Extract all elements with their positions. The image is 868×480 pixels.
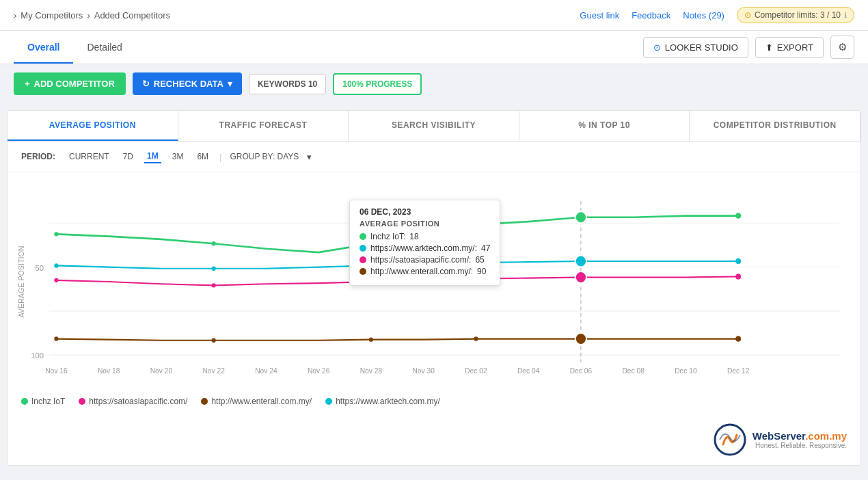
tooltip-row-3: https://satoasiapacific.com/: 65	[360, 255, 490, 265]
legend-dot-2	[79, 398, 85, 405]
svg-text:AVERAGE POSITION: AVERAGE POSITION	[18, 245, 26, 317]
group-by-dropdown[interactable]: GROUP BY: DAYS	[230, 152, 299, 161]
svg-text:Dec 04: Dec 04	[517, 367, 540, 375]
notes-link[interactable]: Notes (29)	[683, 10, 724, 21]
metric-tab-search-visibility[interactable]: SEARCH VISIBILITY	[349, 111, 519, 141]
svg-text:100: 100	[31, 351, 44, 360]
legend-label-3: http://www.enterall.com.my/	[211, 397, 312, 406]
tooltip-dot-1	[360, 233, 366, 240]
limits-icon: ⊙	[744, 10, 751, 20]
tooltip-value-4: 90	[477, 267, 486, 276]
legend-item-3: http://www.enterall.com.my/	[201, 397, 312, 406]
legend-item-4: https://www.arktech.com.my/	[325, 397, 440, 406]
svg-point-43	[474, 336, 478, 341]
svg-point-41	[212, 338, 216, 343]
chart-legend: Inchz IoT https://satoasiapacific.com/ h…	[8, 391, 860, 414]
svg-point-32	[575, 255, 586, 267]
breadcrumb: › My Competitors › Added Competitors	[14, 10, 170, 21]
add-competitor-button[interactable]: + ADD COMPETITOR	[14, 72, 126, 95]
svg-text:50: 50	[35, 264, 44, 272]
dropdown-arrow-icon: ▾	[228, 79, 232, 89]
tooltip-label-2: https://www.arktech.com.my/:	[370, 243, 477, 253]
footer-brand-name: WebServer	[752, 430, 805, 442]
legend-label-2: https://satoasiapacific.com/	[89, 397, 187, 406]
progress-badge: 100% PROGRESS	[333, 73, 422, 95]
keywords-badge: KEYWORDS 10	[249, 74, 326, 94]
info-icon: ℹ	[844, 11, 847, 20]
tooltip-dot-4	[360, 268, 366, 275]
metric-tabs: AVERAGE POSITION TRAFFIC FORECAST SEARCH…	[8, 111, 860, 142]
breadcrumb-current: Added Competitors	[94, 10, 170, 21]
svg-text:Nov 24: Nov 24	[255, 367, 277, 375]
footer-tagline: Honest. Reliable. Responsive.	[752, 442, 847, 449]
metric-tab-top10[interactable]: % IN TOP 10	[519, 111, 690, 141]
period-bar: PERIOD: CURRENT 7D 1M 3M 6M | GROUP BY: …	[8, 142, 860, 172]
recheck-data-button[interactable]: ↻ RECHECK DATA ▾	[133, 72, 242, 95]
tabs-bar: Overall Detailed ⊙ LOOKER STUDIO ⬆ EXPOR…	[0, 31, 868, 64]
svg-point-28	[54, 263, 58, 267]
tooltip-title: AVERAGE POSITION	[360, 219, 490, 228]
tooltip-label-4: http://www.enterall.com.my/:	[370, 267, 473, 276]
tab-actions: ⊙ LOOKER STUDIO ⬆ EXPORT ⚙	[643, 36, 854, 59]
settings-button[interactable]: ⚙	[830, 36, 854, 59]
svg-text:Nov 28: Nov 28	[360, 367, 383, 375]
feedback-link[interactable]: Feedback	[632, 10, 670, 21]
svg-point-34	[54, 278, 58, 282]
period-1m[interactable]: 1M	[144, 150, 161, 163]
period-7d[interactable]: 7D	[120, 150, 136, 163]
svg-text:Nov 26: Nov 26	[308, 367, 330, 375]
metric-tab-competitor-distribution[interactable]: COMPETITOR DISTRIBUTION	[690, 111, 860, 141]
svg-text:Dec 02: Dec 02	[465, 367, 487, 375]
svg-point-22	[54, 232, 58, 236]
export-button[interactable]: ⬆ EXPORT	[755, 37, 824, 58]
competitor-limits-badge: ⊙ Competitor limits: 3 / 10 ℹ	[737, 7, 854, 23]
period-6m[interactable]: 6M	[194, 150, 211, 163]
guest-link[interactable]: Guest link	[580, 10, 619, 21]
svg-point-44	[575, 333, 586, 345]
tooltip-dot-2	[360, 245, 366, 252]
action-bar: + ADD COMPETITOR ↻ RECHECK DATA ▾ KEYWOR…	[0, 64, 868, 103]
metric-tab-traffic-forecast[interactable]: TRAFFIC FORECAST	[178, 111, 349, 141]
period-3m[interactable]: 3M	[169, 150, 187, 163]
legend-label-1: Inchz IoT	[31, 397, 65, 406]
svg-text:Nov 30: Nov 30	[412, 367, 435, 375]
breadcrumb-root[interactable]: My Competitors	[21, 10, 83, 21]
tooltip-row-2: https://www.arktech.com.my/: 47	[360, 243, 490, 253]
period-current[interactable]: CURRENT	[66, 150, 112, 163]
webserver-logo-icon	[713, 423, 747, 457]
svg-point-39	[735, 274, 741, 280]
chart-area: AVERAGE POSITION 50 100 Nov 16 Nov 18 No…	[8, 172, 860, 391]
legend-dot-4	[325, 398, 332, 405]
chart-container: AVERAGE POSITION 50 100 Nov 16 Nov 18 No…	[14, 179, 854, 384]
legend-dot-3	[201, 398, 208, 405]
tooltip-dot-3	[360, 256, 366, 263]
chevron-right-icon: ›	[14, 10, 16, 21]
svg-point-35	[212, 283, 216, 287]
tooltip-label-3: https://satoasiapacific.com/:	[370, 255, 471, 265]
legend-label-4: https://www.arktech.com.my/	[336, 397, 440, 406]
looker-icon: ⊙	[653, 42, 661, 53]
tooltip-row-1: Inchz IoT: 18	[360, 232, 490, 241]
limits-text: Competitor limits: 3 / 10	[755, 10, 841, 20]
legend-item-2: https://satoasiapacific.com/	[79, 397, 187, 406]
tooltip-value-1: 18	[409, 232, 418, 241]
looker-studio-button[interactable]: ⊙ LOOKER STUDIO	[643, 37, 748, 58]
tab-detailed[interactable]: Detailed	[73, 31, 135, 64]
tooltip-row-4: http://www.enterall.com.my/: 90	[360, 267, 490, 276]
tooltip-label-1: Inchz IoT:	[370, 232, 405, 241]
svg-text:Nov 16: Nov 16	[45, 367, 68, 375]
main-content: AVERAGE POSITION TRAFFIC FORECAST SEARCH…	[7, 110, 861, 466]
tooltip-value-2: 47	[481, 243, 490, 253]
legend-dot-1	[21, 398, 28, 405]
legend-item-1: Inchz IoT	[21, 397, 65, 406]
svg-text:Dec 06: Dec 06	[570, 367, 593, 375]
svg-text:Nov 18: Nov 18	[98, 367, 120, 375]
plus-icon: +	[25, 79, 30, 89]
chart-tooltip: 06 DEC, 2023 AVERAGE POSITION Inchz IoT:…	[349, 200, 500, 286]
footer-brand-domain: .com.my	[805, 430, 847, 442]
tab-overall[interactable]: Overall	[14, 31, 73, 64]
metric-tab-average-position[interactable]: AVERAGE POSITION	[8, 111, 178, 141]
chevron-right-icon-2: ›	[87, 10, 90, 21]
svg-text:Dec 08: Dec 08	[622, 367, 645, 375]
main-tabs: Overall Detailed	[14, 31, 136, 64]
